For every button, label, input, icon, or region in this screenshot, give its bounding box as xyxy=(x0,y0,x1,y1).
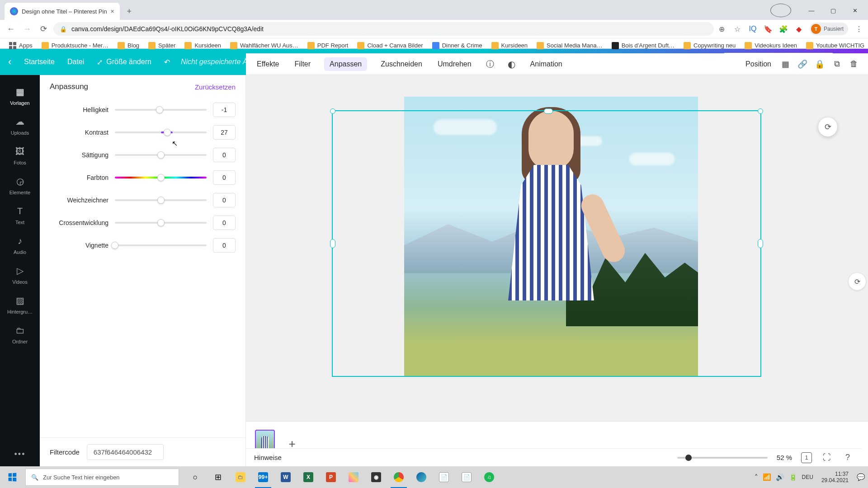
slider-thumb[interactable] xyxy=(157,197,165,204)
bookmark-item[interactable]: Videokurs Ideen xyxy=(741,40,801,51)
slider-track[interactable] xyxy=(115,222,207,224)
slider-value[interactable]: 0 xyxy=(213,170,236,185)
back-icon[interactable]: ‹ xyxy=(6,56,13,68)
bookmark-item[interactable]: PDF Report xyxy=(304,40,352,51)
notepad-icon[interactable]: 📄 xyxy=(456,466,477,488)
rail-background[interactable]: ▨Hintergru… xyxy=(0,289,40,319)
battery-icon[interactable]: 🔋 xyxy=(789,473,797,481)
resize-handle[interactable] xyxy=(330,108,335,114)
slider-thumb[interactable] xyxy=(157,151,165,159)
transparency-icon[interactable]: ▦ xyxy=(780,59,790,69)
rail-elements[interactable]: ◶Elemente xyxy=(0,170,40,200)
rotate-fab-icon[interactable]: ⟳ xyxy=(849,273,866,290)
resize-handle[interactable] xyxy=(758,239,763,248)
powerpoint-icon[interactable]: P xyxy=(320,466,342,488)
extension-icon[interactable]: IQ xyxy=(748,24,757,33)
menu-icon[interactable]: ⋮ xyxy=(854,24,863,33)
reset-button[interactable]: Zurücksetzen xyxy=(195,83,236,91)
spotify-icon[interactable]: ♫ xyxy=(478,466,500,488)
slider-track[interactable] xyxy=(115,131,207,133)
start-button[interactable] xyxy=(1,466,24,488)
close-window-button[interactable]: ✕ xyxy=(844,4,865,17)
slider-track[interactable] xyxy=(115,109,207,111)
slider-track[interactable] xyxy=(115,154,207,156)
rail-videos[interactable]: ▷Videos xyxy=(0,259,40,289)
volume-icon[interactable]: 🔊 xyxy=(776,473,784,481)
resize-button[interactable]: ⤢ Größe ändern xyxy=(95,55,153,69)
slider-thumb[interactable] xyxy=(157,174,165,181)
slider-track[interactable] xyxy=(115,177,207,178)
cortana-icon[interactable]: ○ xyxy=(184,466,206,488)
bookmark-item[interactable]: Youtube WICHTIG xyxy=(802,40,868,51)
bookmark-item[interactable]: Wahlfächer WU Aus… xyxy=(226,40,302,51)
slider-track[interactable] xyxy=(115,199,207,201)
extension-icon[interactable]: ◆ xyxy=(794,24,803,33)
new-tab-button[interactable]: + xyxy=(123,5,136,18)
bookmark-item[interactable]: Blog xyxy=(114,40,143,51)
rail-audio[interactable]: ♪Audio xyxy=(0,230,40,259)
bookmark-item[interactable]: Dinner & Crime xyxy=(429,40,486,51)
bookmark-item[interactable]: Copywriting neu xyxy=(680,40,739,51)
pages-count[interactable]: 1 xyxy=(801,452,812,463)
app-icon[interactable] xyxy=(343,466,364,488)
trash-icon[interactable]: 🗑 xyxy=(849,59,859,69)
explorer-icon[interactable]: 🗀 xyxy=(230,466,251,488)
bookmark-item[interactable]: Bois d'Argent Duft… xyxy=(608,40,678,51)
ctx-crop[interactable]: Zuschneiden xyxy=(379,57,424,71)
task-view-icon[interactable]: ⊞ xyxy=(207,466,229,488)
resize-handle[interactable] xyxy=(758,108,763,114)
slider-thumb[interactable] xyxy=(157,219,165,226)
browser-tab[interactable]: Design ohne Titel – Pinterest Pin × xyxy=(5,3,120,20)
tray-up-icon[interactable]: ˄ xyxy=(755,473,758,481)
slider-value[interactable]: 0 xyxy=(213,193,236,207)
link-icon[interactable]: 🔗 xyxy=(797,59,807,69)
filtercode-input[interactable]: 637f646464006432 xyxy=(87,444,164,460)
rail-templates[interactable]: ▦Vorlagen xyxy=(0,80,40,110)
bookmark-item[interactable]: Social Media Mana… xyxy=(533,40,606,51)
slider-value[interactable]: 0 xyxy=(213,216,236,230)
word-icon[interactable]: W xyxy=(275,466,297,488)
help-icon[interactable]: ? xyxy=(842,452,854,464)
info-icon[interactable]: ⓘ xyxy=(485,59,495,69)
slider-thumb[interactable] xyxy=(164,129,171,136)
notifications-icon[interactable]: 💬 xyxy=(857,473,865,481)
rail-uploads[interactable]: ☁Uploads xyxy=(0,110,40,140)
slider-value[interactable]: -1 xyxy=(213,103,236,117)
notepad-icon[interactable]: 📄 xyxy=(433,466,455,488)
resize-handle[interactable] xyxy=(544,108,553,114)
rail-folders[interactable]: 🗀Ordner xyxy=(0,319,40,349)
language-indicator[interactable]: DEU xyxy=(802,474,813,480)
zoom-value[interactable]: 52 % xyxy=(777,454,792,461)
ctx-filter[interactable]: Filter xyxy=(293,57,313,71)
hints-button[interactable]: Hinweise xyxy=(254,454,282,461)
puzzle-icon[interactable]: 🧩 xyxy=(779,24,788,33)
ctx-animation[interactable]: Animation xyxy=(528,57,564,71)
bookmark-item[interactable]: Produktsuche - Mer… xyxy=(38,40,112,51)
slider-thumb[interactable] xyxy=(156,106,163,113)
zoom-icon[interactable]: ⊕ xyxy=(717,24,726,33)
maximize-button[interactable]: ▢ xyxy=(823,4,844,17)
canvas-stage[interactable]: ⟳ ⟳ xyxy=(246,97,868,421)
bookmark-item[interactable]: Cload + Canva Bilder xyxy=(354,40,426,51)
slider-value[interactable]: 27 xyxy=(213,125,236,140)
obs-icon[interactable]: ◉ xyxy=(365,466,387,488)
tab-close-icon[interactable]: × xyxy=(111,8,114,15)
edge-icon[interactable] xyxy=(410,466,432,488)
extension-icon[interactable]: 🔖 xyxy=(764,24,773,33)
bookmark-item[interactable]: Kursideen xyxy=(488,40,532,51)
slider-value[interactable]: 0 xyxy=(213,148,236,162)
selection-box[interactable] xyxy=(332,110,761,377)
rail-more-icon[interactable]: ••• xyxy=(14,442,26,466)
ctx-flip[interactable]: Umdrehen xyxy=(436,57,473,71)
ctx-effects[interactable]: Effekte xyxy=(255,57,281,71)
excel-icon[interactable]: X xyxy=(297,466,319,488)
slider-value[interactable]: 0 xyxy=(213,238,236,253)
profile-button[interactable]: T Pausiert xyxy=(810,23,848,35)
duplicate-icon[interactable]: ⧉ xyxy=(832,59,842,69)
account-indicator-icon[interactable] xyxy=(770,4,791,17)
mail-icon[interactable]: 99+ xyxy=(252,466,274,488)
url-field[interactable]: 🔒 canva.com/design/DAEdCa69Qs4/-oIKL0OiG… xyxy=(53,22,714,36)
slider-thumb[interactable] xyxy=(111,242,118,249)
home-button[interactable]: Startseite xyxy=(22,55,57,69)
minimize-button[interactable]: — xyxy=(801,4,822,17)
